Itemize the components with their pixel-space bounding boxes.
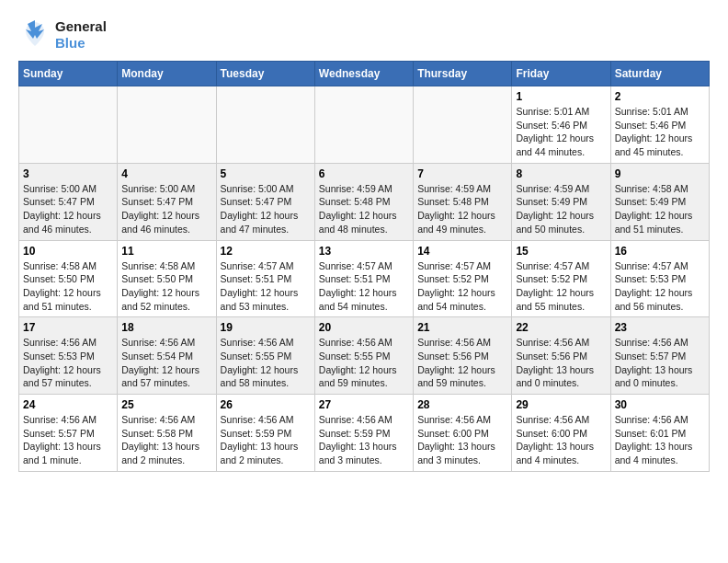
day-info: Sunrise: 4:58 AM Sunset: 5:49 PM Dayligh… (615, 182, 705, 236)
day-info: Sunrise: 4:56 AM Sunset: 5:59 PM Dayligh… (221, 413, 311, 467)
day-info: Sunrise: 5:00 AM Sunset: 5:47 PM Dayligh… (23, 182, 113, 236)
calendar-cell: 23Sunrise: 4:56 AM Sunset: 5:57 PM Dayli… (610, 317, 709, 395)
day-info: Sunrise: 4:56 AM Sunset: 6:00 PM Dayligh… (516, 413, 606, 467)
weekday-header: Tuesday (216, 62, 314, 86)
calendar-cell: 1Sunrise: 5:01 AM Sunset: 5:46 PM Daylig… (512, 86, 610, 164)
weekday-header: Friday (512, 62, 610, 86)
day-number: 24 (23, 398, 113, 411)
calendar-cell: 3Sunrise: 5:00 AM Sunset: 5:47 PM Daylig… (19, 163, 118, 240)
day-info: Sunrise: 4:56 AM Sunset: 5:57 PM Dayligh… (615, 336, 705, 390)
day-info: Sunrise: 5:01 AM Sunset: 5:46 PM Dayligh… (516, 105, 606, 159)
calendar-cell: 14Sunrise: 4:57 AM Sunset: 5:52 PM Dayli… (414, 240, 512, 317)
calendar-cell: 13Sunrise: 4:57 AM Sunset: 5:51 PM Dayli… (314, 240, 413, 317)
day-info: Sunrise: 4:59 AM Sunset: 5:48 PM Dayligh… (319, 182, 409, 236)
calendar-cell (414, 86, 512, 164)
calendar-cell: 6Sunrise: 4:59 AM Sunset: 5:48 PM Daylig… (314, 163, 413, 240)
day-info: Sunrise: 4:56 AM Sunset: 5:56 PM Dayligh… (516, 336, 606, 390)
day-info: Sunrise: 4:59 AM Sunset: 5:48 PM Dayligh… (417, 182, 507, 236)
logo-text-blue: Blue (55, 35, 107, 52)
day-info: Sunrise: 4:57 AM Sunset: 5:51 PM Dayligh… (221, 259, 311, 314)
day-info: Sunrise: 4:57 AM Sunset: 5:53 PM Dayligh… (615, 259, 705, 314)
day-number: 2 (615, 90, 705, 103)
day-number: 25 (121, 398, 211, 411)
calendar-cell: 18Sunrise: 4:56 AM Sunset: 5:54 PM Dayli… (118, 317, 216, 395)
calendar-cell (19, 86, 118, 164)
day-number: 20 (319, 321, 409, 334)
day-info: Sunrise: 4:56 AM Sunset: 5:56 PM Dayligh… (417, 336, 507, 390)
calendar-week-row: 17Sunrise: 4:56 AM Sunset: 5:53 PM Dayli… (19, 317, 710, 395)
day-info: Sunrise: 4:59 AM Sunset: 5:49 PM Dayligh… (516, 182, 606, 236)
day-info: Sunrise: 4:56 AM Sunset: 5:55 PM Dayligh… (319, 336, 409, 390)
calendar-cell: 17Sunrise: 4:56 AM Sunset: 5:53 PM Dayli… (19, 317, 118, 395)
day-number: 15 (516, 245, 606, 258)
day-number: 22 (516, 321, 606, 334)
calendar-cell: 7Sunrise: 4:59 AM Sunset: 5:48 PM Daylig… (414, 163, 512, 240)
day-number: 8 (516, 167, 606, 180)
weekday-header: Thursday (414, 62, 512, 86)
calendar-cell (314, 86, 413, 164)
calendar-cell: 16Sunrise: 4:57 AM Sunset: 5:53 PM Dayli… (610, 240, 709, 317)
calendar-week-row: 1Sunrise: 5:01 AM Sunset: 5:46 PM Daylig… (19, 86, 710, 164)
day-info: Sunrise: 4:56 AM Sunset: 6:00 PM Dayligh… (417, 413, 507, 467)
day-info: Sunrise: 4:57 AM Sunset: 5:52 PM Dayligh… (516, 259, 606, 314)
day-number: 27 (319, 398, 409, 411)
weekday-header-row: SundayMondayTuesdayWednesdayThursdayFrid… (19, 62, 710, 86)
calendar-cell: 9Sunrise: 4:58 AM Sunset: 5:49 PM Daylig… (610, 163, 709, 240)
weekday-header: Saturday (610, 62, 709, 86)
day-number: 9 (615, 167, 705, 180)
calendar-cell: 19Sunrise: 4:56 AM Sunset: 5:55 PM Dayli… (216, 317, 314, 395)
day-info: Sunrise: 4:57 AM Sunset: 5:52 PM Dayligh… (417, 259, 507, 314)
calendar-cell: 29Sunrise: 4:56 AM Sunset: 6:00 PM Dayli… (512, 395, 610, 472)
day-info: Sunrise: 4:58 AM Sunset: 5:50 PM Dayligh… (23, 259, 113, 314)
day-number: 14 (417, 245, 507, 258)
logo: General Blue (18, 18, 107, 52)
day-number: 12 (221, 245, 311, 258)
weekday-header: Wednesday (314, 62, 413, 86)
logo-text-general: General (55, 18, 107, 35)
day-info: Sunrise: 4:56 AM Sunset: 5:55 PM Dayligh… (221, 336, 311, 390)
logo-bird-icon (18, 18, 51, 52)
day-info: Sunrise: 4:56 AM Sunset: 6:01 PM Dayligh… (615, 413, 705, 467)
calendar-cell: 27Sunrise: 4:56 AM Sunset: 5:59 PM Dayli… (314, 395, 413, 472)
day-number: 7 (417, 167, 507, 180)
weekday-header: Sunday (19, 62, 118, 86)
page-header: General Blue (18, 18, 710, 52)
calendar-cell: 24Sunrise: 4:56 AM Sunset: 5:57 PM Dayli… (19, 395, 118, 472)
day-info: Sunrise: 4:56 AM Sunset: 5:54 PM Dayligh… (121, 336, 211, 390)
day-number: 5 (221, 167, 311, 180)
day-number: 30 (615, 398, 705, 411)
day-number: 10 (23, 245, 113, 258)
calendar-cell: 22Sunrise: 4:56 AM Sunset: 5:56 PM Dayli… (512, 317, 610, 395)
calendar-cell: 5Sunrise: 5:00 AM Sunset: 5:47 PM Daylig… (216, 163, 314, 240)
calendar-cell: 20Sunrise: 4:56 AM Sunset: 5:55 PM Dayli… (314, 317, 413, 395)
calendar-week-row: 24Sunrise: 4:56 AM Sunset: 5:57 PM Dayli… (19, 395, 710, 472)
calendar-cell: 11Sunrise: 4:58 AM Sunset: 5:50 PM Dayli… (118, 240, 216, 317)
day-info: Sunrise: 4:57 AM Sunset: 5:51 PM Dayligh… (319, 259, 409, 314)
day-number: 23 (615, 321, 705, 334)
weekday-header: Monday (118, 62, 216, 86)
day-number: 1 (516, 90, 606, 103)
day-number: 26 (221, 398, 311, 411)
calendar-cell: 10Sunrise: 4:58 AM Sunset: 5:50 PM Dayli… (19, 240, 118, 317)
day-info: Sunrise: 4:56 AM Sunset: 5:57 PM Dayligh… (23, 413, 113, 467)
day-number: 6 (319, 167, 409, 180)
day-info: Sunrise: 5:01 AM Sunset: 5:46 PM Dayligh… (615, 105, 705, 159)
day-info: Sunrise: 4:58 AM Sunset: 5:50 PM Dayligh… (121, 259, 211, 314)
day-info: Sunrise: 5:00 AM Sunset: 5:47 PM Dayligh… (121, 182, 211, 236)
day-number: 28 (417, 398, 507, 411)
day-number: 19 (221, 321, 311, 334)
day-number: 4 (121, 167, 211, 180)
day-info: Sunrise: 4:56 AM Sunset: 5:58 PM Dayligh… (121, 413, 211, 467)
day-number: 17 (23, 321, 113, 334)
calendar-cell (118, 86, 216, 164)
calendar-cell: 26Sunrise: 4:56 AM Sunset: 5:59 PM Dayli… (216, 395, 314, 472)
calendar-cell (216, 86, 314, 164)
day-number: 21 (417, 321, 507, 334)
calendar-cell: 28Sunrise: 4:56 AM Sunset: 6:00 PM Dayli… (414, 395, 512, 472)
calendar-cell: 25Sunrise: 4:56 AM Sunset: 5:58 PM Dayli… (118, 395, 216, 472)
day-number: 11 (121, 245, 211, 258)
calendar-cell: 8Sunrise: 4:59 AM Sunset: 5:49 PM Daylig… (512, 163, 610, 240)
day-number: 29 (516, 398, 606, 411)
calendar-week-row: 10Sunrise: 4:58 AM Sunset: 5:50 PM Dayli… (19, 240, 710, 317)
day-number: 16 (615, 245, 705, 258)
